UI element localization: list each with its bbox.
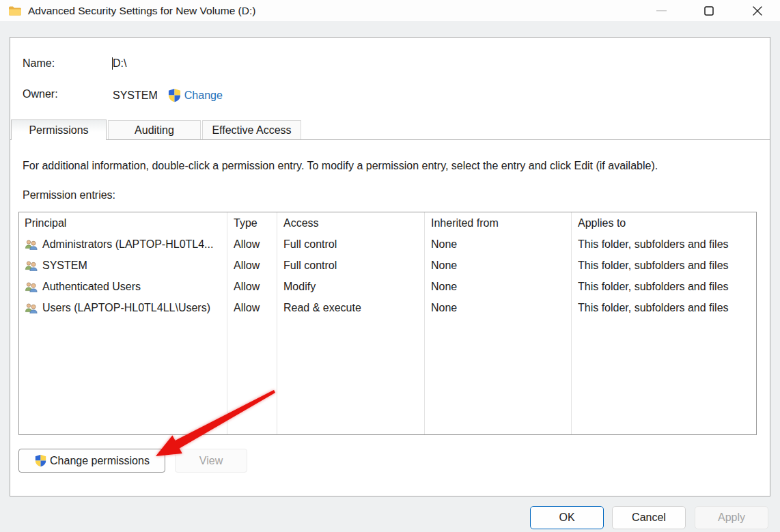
name-value: D:\ <box>113 57 126 70</box>
maximize-button[interactable] <box>694 0 724 21</box>
permission-entries-table: Principal Type Access Inherited from App… <box>18 212 757 435</box>
table-row[interactable]: Administrators (LAPTOP-HL0TL4...AllowFul… <box>19 234 756 255</box>
permission-rows: Administrators (LAPTOP-HL0TL4...AllowFul… <box>19 234 756 318</box>
table-row[interactable]: Authenticated UsersAllowModifyNoneThis f… <box>19 276 756 297</box>
tab-effective-access[interactable]: Effective Access <box>202 120 301 139</box>
tab-auditing[interactable]: Auditing <box>108 120 201 139</box>
name-label: Name: <box>23 57 55 70</box>
minimize-button[interactable] <box>646 0 676 21</box>
principal-cell: SYSTEM <box>19 260 227 272</box>
inherited-from-cell: None <box>424 281 571 293</box>
access-cell: Read & execute <box>277 302 424 314</box>
apply-button[interactable]: Apply <box>695 506 768 529</box>
header-inherited-from[interactable]: Inherited from <box>424 217 571 229</box>
change-owner-link[interactable]: Change <box>184 89 223 102</box>
inherited-from-cell: None <box>424 238 571 251</box>
applies-to-cell: This folder, subfolders and files <box>571 302 756 314</box>
view-button[interactable]: View <box>175 449 247 473</box>
text-caret <box>112 57 113 70</box>
principal-cell: Administrators (LAPTOP-HL0TL4... <box>19 238 227 251</box>
type-cell: Allow <box>227 281 277 293</box>
change-permissions-button[interactable]: Change permissions <box>18 449 165 473</box>
ok-label: OK <box>559 512 574 524</box>
uac-shield-icon <box>167 88 182 102</box>
close-icon <box>753 6 762 16</box>
tabstrip-divider <box>10 139 770 140</box>
cancel-label: Cancel <box>632 512 666 524</box>
owner-value: SYSTEM <box>113 89 158 102</box>
header-type[interactable]: Type <box>227 217 277 229</box>
close-button[interactable] <box>742 0 772 21</box>
table-header: Principal Type Access Inherited from App… <box>19 212 756 234</box>
type-cell: Allow <box>227 238 277 251</box>
table-row[interactable]: SYSTEMAllowFull controlNoneThis folder, … <box>19 255 756 276</box>
info-text: For additional information, double-click… <box>23 160 753 172</box>
access-cell: Full control <box>277 260 424 272</box>
type-cell: Allow <box>227 302 277 314</box>
minimize-icon <box>656 10 667 12</box>
change-permissions-label: Change permissions <box>50 455 150 467</box>
access-cell: Modify <box>277 281 424 293</box>
inherited-from-cell: None <box>424 260 571 272</box>
access-cell: Full control <box>277 238 424 251</box>
table-row[interactable]: Users (LAPTOP-HL0TL4LL\Users)AllowRead &… <box>19 297 756 318</box>
tab-permissions[interactable]: Permissions <box>11 120 107 140</box>
principal-cell: Authenticated Users <box>19 281 227 293</box>
users-icon <box>25 303 38 313</box>
applies-to-cell: This folder, subfolders and files <box>571 260 756 272</box>
owner-label: Owner: <box>23 88 58 100</box>
users-icon <box>25 239 38 250</box>
header-principal[interactable]: Principal <box>19 217 227 229</box>
ok-button[interactable]: OK <box>530 506 604 529</box>
applies-to-cell: This folder, subfolders and files <box>571 281 756 293</box>
folder-icon <box>8 5 22 16</box>
header-applies-to[interactable]: Applies to <box>571 217 756 229</box>
type-cell: Allow <box>227 260 277 272</box>
uac-shield-icon <box>34 454 47 467</box>
apply-label: Apply <box>718 512 745 524</box>
users-icon <box>25 260 38 271</box>
permission-entries-label: Permission entries: <box>23 189 115 201</box>
cancel-button[interactable]: Cancel <box>612 506 686 529</box>
inherited-from-cell: None <box>424 302 571 314</box>
maximize-icon <box>704 6 714 16</box>
header-access[interactable]: Access <box>277 217 424 229</box>
view-label: View <box>199 455 223 467</box>
principal-cell: Users (LAPTOP-HL0TL4LL\Users) <box>19 302 227 314</box>
window-title: Advanced Security Settings for New Volum… <box>28 5 255 17</box>
applies-to-cell: This folder, subfolders and files <box>571 238 756 251</box>
users-icon <box>25 281 38 292</box>
